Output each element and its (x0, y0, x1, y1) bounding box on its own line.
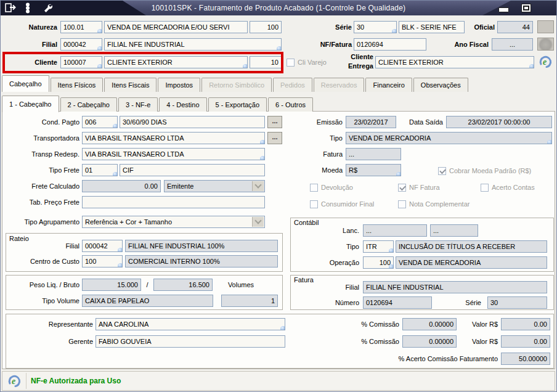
cond-pagto-label: Cond. Pagto (6, 116, 79, 128)
cobrar-moeda-label: Cobrar Moeda Padrão (R$) (449, 167, 531, 174)
checkbox-box (438, 167, 446, 175)
cli-varejo-label: Cli Varejo (298, 59, 327, 66)
cliente-desc-field[interactable]: CLIENTE EXTERIOR (104, 56, 248, 68)
natureza-tipo-field[interactable]: 100 (250, 21, 282, 33)
status-divider (26, 373, 26, 389)
peso-liquido-field: 15.000 (82, 279, 141, 291)
tipo-frete-label: Tipo Frete (6, 164, 79, 176)
operacao-label: Operação (290, 256, 359, 269)
subtab-4-destino[interactable]: 4 - Destino (159, 97, 206, 112)
cond-pagto-desc-field[interactable]: 30/60/90 DIAS (120, 116, 265, 128)
gerente-field[interactable]: FABIO GOUVEIA (96, 335, 285, 348)
minimize-button[interactable] (498, 7, 509, 12)
cliente-code-field[interactable]: 100007 (60, 56, 102, 68)
tab-reservados: Reservados (314, 78, 365, 92)
wrench-icon[interactable] (43, 2, 55, 14)
rateio-filial-desc-field: FILIAL NFE INDUSTRIAL 100% (125, 240, 278, 252)
devolucao-label: Devolução (321, 184, 353, 191)
gerente-label: Gerente (6, 335, 93, 348)
tab-financeiro[interactable]: Financeiro (365, 78, 412, 92)
traffic-light-icon[interactable] (23, 2, 35, 14)
cobrar-moeda-checkbox: Cobrar Moeda Padrão (R$) (438, 166, 531, 176)
cond-pagto-more-button[interactable]: ... (267, 116, 282, 128)
nfe-icon-button[interactable]: e (538, 54, 554, 69)
blank-button[interactable] (537, 20, 554, 33)
centro-custo-code-field[interactable]: 100 (82, 255, 123, 267)
chevron-down-icon (252, 217, 264, 227)
svg-text:e: e (12, 377, 15, 386)
tab-preco-frete-field[interactable] (82, 196, 265, 208)
filial-code-field[interactable]: 000042 (60, 38, 102, 51)
operacao-desc-field: VENDA DE MERCADORIA (396, 256, 547, 269)
transp-redesp-field[interactable]: VIA BRASIL TRANSAERO LTDA (82, 148, 265, 160)
serie-desc-field[interactable]: BLK - SERIE NFE (399, 21, 465, 33)
tipo-label: Tipo (284, 132, 343, 144)
tab-itens-fisicos[interactable]: Itens Físicos (51, 78, 104, 92)
serie-code-field[interactable]: 30 (354, 21, 397, 33)
tab-cabecalho[interactable]: Cabeçalho (2, 75, 49, 92)
natureza-desc-field[interactable]: VENDA DE MERCADORIA E/OU SERVI (104, 21, 248, 33)
centro-custo-desc-field: COMERCIAL INTERNO 100% (125, 255, 278, 267)
serie-label: Série (303, 21, 352, 33)
tab-observacoes[interactable]: Observações (413, 78, 468, 92)
consumidor-final-label: Consumidor Final (321, 200, 374, 208)
subtab-2-cabecalho[interactable]: 2 - Cabeçalho (60, 97, 118, 112)
tipo-frete-desc-field[interactable]: CIF (120, 164, 265, 176)
cond-pagto-code-field[interactable]: 006 (82, 116, 118, 128)
cli-varejo-checkbox: Cli Varejo (287, 57, 327, 67)
cliente-loja-field[interactable]: 10 (250, 56, 282, 68)
consumidor-final-checkbox: Consumidor Final (310, 199, 374, 209)
representante-label: Representante (6, 318, 93, 330)
peso-separator: / (144, 279, 151, 291)
transportadora-field[interactable]: VIA BRASIL TRANSAERO LTDA (82, 132, 265, 144)
representante-pct-label: % Comissão (349, 318, 399, 330)
export-report-icon[interactable] (4, 2, 17, 14)
fatura-numero-field: 0120694 (363, 296, 432, 309)
subtab-5-exportacao[interactable]: 5 - Exportação (208, 97, 267, 112)
nf-fatura-label: NF/Fatura (296, 38, 352, 51)
frete-origem-dropdown: Emitente (164, 180, 265, 192)
transp-redesp-label: Transp Redesp. (6, 148, 79, 160)
contabil-tipo-code-field[interactable]: ITR (363, 240, 394, 253)
representante-pct-field: 0.00000 (402, 318, 457, 330)
subtab-3-nfe[interactable]: 3 - NF-e (118, 97, 158, 112)
data-saida-label: Data Saída (400, 116, 443, 128)
tipo-frete-code-field[interactable]: 01 (82, 164, 118, 176)
checkbox-box (398, 184, 406, 192)
nfe-status-icon: e (7, 374, 23, 390)
natureza-label: Natureza (6, 21, 57, 33)
contabil-tipo-label: Tipo (290, 240, 359, 253)
maximize-button[interactable] (521, 4, 531, 12)
fatura-filial-field: FILIAL NFE INDUSTRIAL (363, 281, 547, 293)
rateio-filial-label: Filial (30, 240, 79, 252)
subtab-1-cabecalho[interactable]: 1 - Cabeçalho (2, 96, 59, 112)
transportadora-more-button[interactable]: ... (267, 132, 282, 144)
nf-fatura-field[interactable]: 0120694 (354, 38, 426, 51)
tab-retorno-simbolico: Retorno Simbólico (201, 78, 272, 92)
titlebar[interactable]: 100101SPK - Faturamento de Produto Acaba… (1, 1, 556, 15)
representante-field[interactable]: ANA CAROLINA (96, 318, 285, 330)
natureza-code-field[interactable]: 100.01 (60, 21, 102, 33)
devolucao-checkbox: Devolução (310, 182, 353, 192)
chevron-down-icon (252, 181, 264, 191)
emissao-field: 23/02/2017 (346, 116, 396, 128)
gerente-pct-label: % Comissão (349, 335, 399, 348)
subtab-6-outros[interactable]: 6 - Outros (268, 97, 313, 112)
frete-calculado-label: Frete Calculado (6, 180, 79, 192)
tab-impostos[interactable]: Impostos (158, 78, 200, 92)
volumes-qtd-field: 1 (221, 295, 278, 307)
operacao-code-field[interactable]: 100 (363, 256, 394, 269)
volumes-label: Volumes (221, 279, 261, 291)
rateio-filial-code-field[interactable]: 000042 (82, 240, 123, 252)
emissao-label: Emissão (284, 116, 343, 128)
tipo-agrupamento-value: Referência + Cor + Tamanho (85, 218, 172, 226)
nota-complementar-checkbox: Nota Complementar (398, 199, 470, 209)
lanc-label: Lanc. (290, 224, 359, 237)
fatura-numero-label: Número (290, 296, 359, 309)
moeda-label: Moeda (284, 164, 343, 176)
frete-calculado-field: 0.00 (82, 180, 161, 192)
filial-desc-field[interactable]: FILIAL NFE INDUSTRIAL (104, 38, 282, 51)
tab-itens-fiscais[interactable]: Itens Fiscais (104, 78, 157, 92)
fatura-serie-label: Série (453, 296, 481, 309)
cliente-entrega-field[interactable]: CLIENTE EXTERIOR (375, 56, 534, 68)
